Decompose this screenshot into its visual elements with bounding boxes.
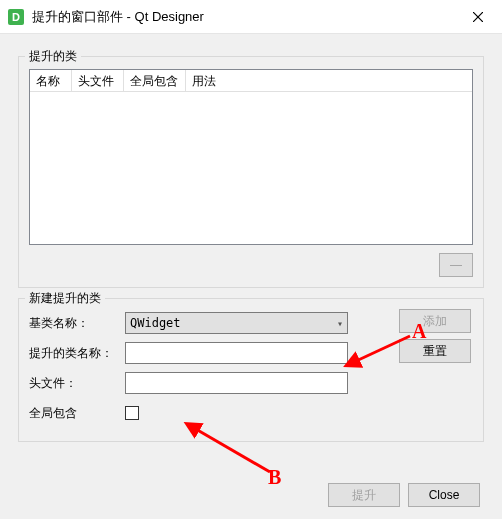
remove-button[interactable]: — [439,253,473,277]
group-new-promoted-class: 新建提升的类 基类名称： QWidget ▾ 提升的类名称： 头文件： 全局包含… [18,298,484,442]
app-icon: D [8,9,24,25]
label-header-file: 头文件： [29,375,125,392]
window-close-button[interactable] [456,2,500,32]
minus-icon: — [450,258,462,272]
close-button[interactable]: Close [408,483,480,507]
promoted-classes-table[interactable]: 名称 头文件 全局包含 用法 [29,69,473,245]
add-button[interactable]: 添加 [399,309,471,333]
column-name[interactable]: 名称 [30,70,72,92]
group-promoted-classes-legend: 提升的类 [25,48,81,65]
chevron-down-icon: ▾ [337,318,343,329]
annotation-b-label: B [268,466,281,489]
group-new-promoted-class-legend: 新建提升的类 [25,290,105,307]
label-global-include: 全局包含 [29,405,125,422]
global-include-checkbox[interactable] [125,406,139,420]
window-title: 提升的窗口部件 - Qt Designer [32,8,456,26]
label-promoted-class-name: 提升的类名称： [29,345,125,362]
reset-button[interactable]: 重置 [399,339,471,363]
base-class-value: QWidget [130,316,181,330]
column-global-include[interactable]: 全局包含 [124,70,186,92]
promote-button[interactable]: 提升 [328,483,400,507]
column-usage[interactable]: 用法 [186,70,472,92]
base-class-combo[interactable]: QWidget ▾ [125,312,348,334]
table-header-row: 名称 头文件 全局包含 用法 [30,70,472,92]
column-header-file[interactable]: 头文件 [72,70,124,92]
titlebar: D 提升的窗口部件 - Qt Designer [0,0,502,34]
label-base-class: 基类名称： [29,315,125,332]
dialog-body: 提升的类 名称 头文件 全局包含 用法 — 新建提升的类 基类名称： QWidg… [0,34,502,519]
group-promoted-classes: 提升的类 名称 头文件 全局包含 用法 — [18,56,484,288]
header-file-input[interactable] [125,372,348,394]
promoted-class-name-input[interactable] [125,342,348,364]
close-icon [473,12,483,22]
